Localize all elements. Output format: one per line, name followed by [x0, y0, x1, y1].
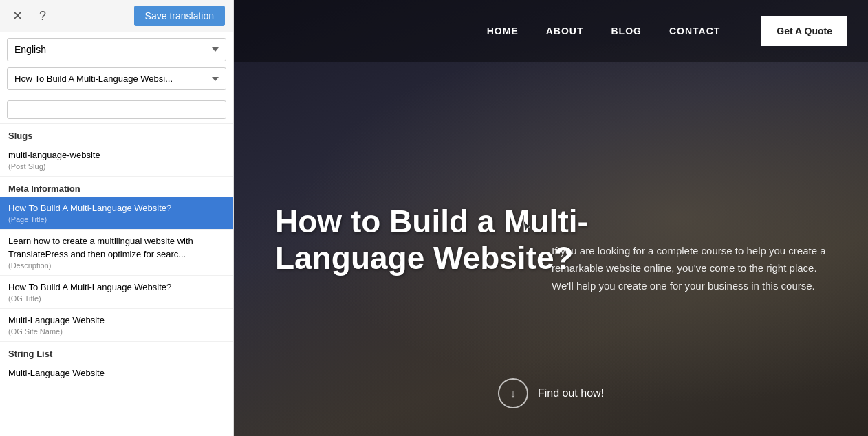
nav-blog[interactable]: BLOG	[611, 25, 642, 36]
meta-section-header: Meta Information	[0, 177, 233, 197]
string-title: How To Build A Multi-Language Website?	[8, 281, 225, 294]
string-type: (Description)	[8, 261, 225, 270]
save-translation-button[interactable]: Save translation	[134, 6, 225, 26]
search-wrap	[0, 96, 233, 124]
strings-list: Slugs multi-language-website (Post Slug)…	[0, 124, 233, 436]
nav-about[interactable]: ABOUT	[546, 25, 584, 36]
list-item[interactable]: Multi-Language Website (OG Site Name)	[0, 309, 233, 342]
string-type: (Page Title)	[8, 215, 225, 224]
language-selector-wrap: English French Spanish German	[0, 32, 233, 67]
slugs-section-header: Slugs	[0, 124, 233, 144]
list-item[interactable]: Learn how to create a multilingual websi…	[0, 230, 233, 275]
hero-description: If you are looking for a complete course…	[552, 242, 827, 295]
string-list-section-header: String List	[0, 342, 233, 362]
website-nav: HOME ABOUT BLOG CONTACT Get A Quote	[234, 0, 868, 62]
help-button[interactable]: ?	[35, 8, 50, 25]
search-input[interactable]	[7, 100, 226, 119]
list-item[interactable]: multi-language-website (Post Slug)	[0, 144, 233, 177]
post-select[interactable]: How To Build A Multi-Language Websi...	[7, 67, 226, 90]
string-title: Multi-Language Website	[8, 314, 225, 327]
string-title: Multi-Language Website	[8, 367, 225, 380]
cta-text: Find out how!	[538, 387, 604, 400]
toolbar: ✕ ? Save translation	[0, 0, 233, 32]
cta-down-icon: ↓	[498, 378, 528, 408]
nav-home[interactable]: HOME	[487, 25, 519, 36]
list-item[interactable]: How To Build A Multi-Language Website? (…	[0, 276, 233, 309]
string-type: (OG Site Name)	[8, 327, 225, 336]
translation-panel: ✕ ? Save translation English French Span…	[0, 0, 234, 436]
nav-contact[interactable]: CONTACT	[669, 25, 720, 36]
nav-links: HOME ABOUT BLOG CONTACT Get A Quote	[487, 16, 847, 46]
list-item[interactable]: Multi-Language Website	[0, 362, 233, 386]
post-selector-wrap: How To Build A Multi-Language Websi...	[0, 67, 233, 96]
string-title: Learn how to create a multilingual websi…	[8, 235, 225, 260]
language-select[interactable]: English French Spanish German	[7, 38, 226, 61]
hero-cta[interactable]: ↓ Find out how!	[498, 378, 604, 408]
get-quote-button[interactable]: Get A Quote	[761, 16, 847, 46]
string-title: multi-language-website	[8, 149, 225, 162]
close-button[interactable]: ✕	[8, 7, 27, 25]
website-preview: HOME ABOUT BLOG CONTACT Get A Quote How …	[234, 0, 868, 436]
string-type: (Post Slug)	[8, 162, 225, 171]
string-title: How To Build A Multi-Language Website?	[8, 202, 225, 215]
string-type: (OG Title)	[8, 294, 225, 303]
list-item[interactable]: How To Build A Multi-Language Website? (…	[0, 197, 233, 230]
